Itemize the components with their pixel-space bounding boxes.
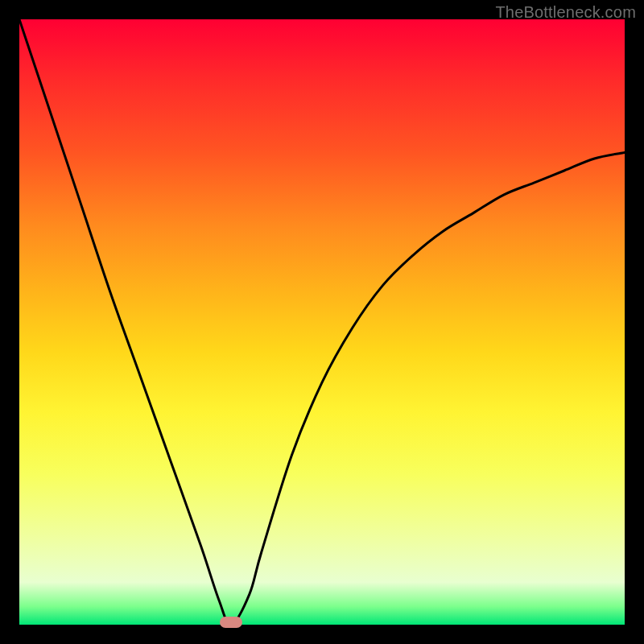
plot-area	[19, 19, 625, 625]
chart-container: TheBottleneck.com	[0, 0, 644, 644]
bottleneck-curve	[19, 19, 625, 625]
optimal-marker	[220, 617, 242, 628]
watermark-text: TheBottleneck.com	[495, 3, 636, 22]
curve-svg	[19, 19, 625, 625]
